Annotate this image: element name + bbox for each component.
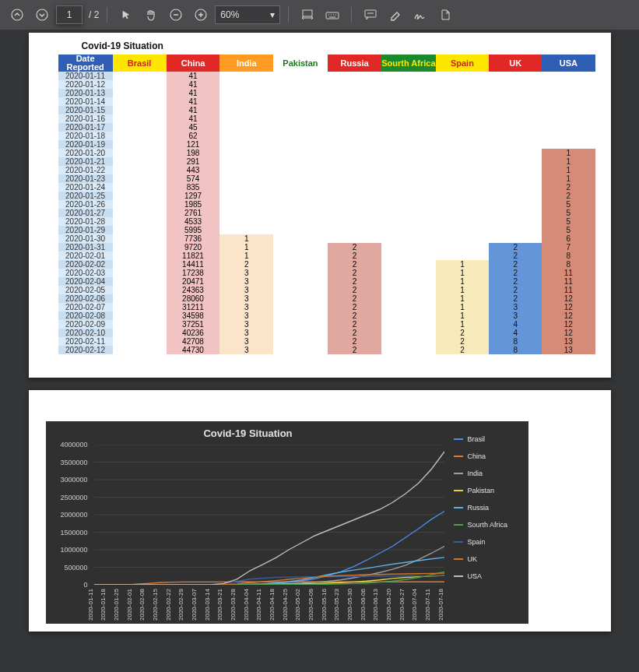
zoom-out-icon[interactable] <box>165 4 187 26</box>
x-tick: 2020-01-11 <box>87 589 94 621</box>
value-cell <box>489 149 542 157</box>
value-cell <box>328 209 381 217</box>
date-cell: 2020-01-20 <box>58 149 113 157</box>
highlight-icon[interactable] <box>384 4 406 26</box>
value-cell <box>381 132 435 140</box>
value-cell <box>273 226 328 234</box>
value-cell: 291 <box>167 157 220 166</box>
x-tick: 2020-05-09 <box>307 589 314 621</box>
value-cell <box>328 114 381 123</box>
x-tick: 2020-02-15 <box>152 589 159 621</box>
value-cell <box>219 192 273 200</box>
x-tick: 2020-04-04 <box>243 589 250 621</box>
value-cell <box>328 183 381 192</box>
value-cell: 3 <box>219 286 273 294</box>
value-cell <box>219 174 273 183</box>
legend-swatch <box>454 575 463 577</box>
comment-icon[interactable] <box>360 4 381 26</box>
value-cell <box>113 337 167 346</box>
date-cell: 2020-01-21 <box>58 157 113 166</box>
value-cell <box>328 157 381 166</box>
page-down-icon[interactable] <box>31 4 53 26</box>
table-row: 2020-01-2845335 <box>58 217 595 226</box>
date-cell: 2020-01-31 <box>58 243 113 252</box>
x-tick: 2020-02-01 <box>126 589 133 621</box>
value-cell <box>436 252 490 260</box>
legend-item: China <box>454 452 524 460</box>
value-cell: 13 <box>542 337 595 346</box>
value-cell: 40236 <box>167 329 220 337</box>
value-cell <box>113 252 167 260</box>
value-cell <box>381 174 435 183</box>
viewport[interactable]: Covid-19 Situation Date Reported Brasil … <box>0 30 639 639</box>
x-tick: 2020-06-06 <box>360 589 367 621</box>
value-cell <box>273 97 328 106</box>
date-cell: 2020-01-29 <box>58 226 113 234</box>
value-cell: 2 <box>489 260 542 269</box>
pdf-page-2: Covid-19 Situation 050000010000001500000… <box>29 390 611 632</box>
data-table: Date Reported Brasil China India Pakista… <box>58 55 595 354</box>
chart-y-axis: 0500000100000015000002000000250000030000… <box>46 445 91 585</box>
value-cell <box>381 97 435 106</box>
value-cell <box>273 337 328 346</box>
value-cell: 2 <box>436 329 490 337</box>
value-cell <box>381 192 435 200</box>
zoom-in-icon[interactable] <box>190 4 212 26</box>
value-cell: 1 <box>436 286 490 294</box>
col-header-spain: Spain <box>436 55 490 72</box>
hand-tool-icon[interactable] <box>140 4 162 26</box>
table-row: 2020-01-19121 <box>58 140 595 149</box>
value-cell <box>113 209 167 217</box>
value-cell <box>328 192 381 200</box>
page-up-icon[interactable] <box>6 4 28 26</box>
value-cell <box>273 183 328 192</box>
value-cell <box>273 277 328 286</box>
page-input[interactable] <box>56 5 83 24</box>
table-row: 2020-01-2512972 <box>58 192 595 200</box>
legend-item: Sourth Africa <box>454 521 524 529</box>
separator <box>107 7 107 23</box>
value-cell <box>328 226 381 234</box>
value-cell: 2 <box>328 329 381 337</box>
select-tool-icon[interactable] <box>115 4 137 26</box>
value-cell: 1 <box>436 320 490 329</box>
value-cell <box>113 294 167 303</box>
sign-icon[interactable] <box>409 4 431 26</box>
value-cell <box>113 243 167 252</box>
value-cell: 1 <box>436 303 490 311</box>
x-tick: 2020-04-25 <box>282 589 289 621</box>
export-icon[interactable] <box>434 4 456 26</box>
table-row: 2020-01-201981 <box>58 149 595 157</box>
date-cell: 2020-01-14 <box>58 97 113 106</box>
y-tick: 1000000 <box>60 546 87 554</box>
value-cell <box>381 286 435 294</box>
legend-label: USA <box>468 572 483 580</box>
value-cell <box>113 72 167 80</box>
table-row: 2020-01-1745 <box>58 123 595 132</box>
value-cell <box>436 183 490 192</box>
value-cell <box>489 72 542 80</box>
value-cell <box>381 252 435 260</box>
value-cell <box>328 174 381 183</box>
value-cell: 12 <box>542 294 595 303</box>
value-cell: 12 <box>542 320 595 329</box>
value-cell <box>219 217 273 226</box>
keyboard-icon[interactable] <box>321 4 343 26</box>
value-cell <box>542 123 595 132</box>
value-cell <box>381 157 435 166</box>
y-tick: 0 <box>83 581 87 589</box>
date-cell: 2020-02-03 <box>58 269 113 277</box>
value-cell <box>489 200 542 209</box>
value-cell: 1 <box>219 252 273 260</box>
value-cell <box>489 106 542 114</box>
value-cell: 44730 <box>167 346 220 354</box>
value-cell <box>542 89 595 97</box>
value-cell <box>381 149 435 157</box>
value-cell <box>489 97 542 106</box>
value-cell <box>542 80 595 89</box>
date-cell: 2020-02-10 <box>58 329 113 337</box>
chart-frame: Covid-19 Situation 050000010000001500000… <box>46 421 528 624</box>
fit-width-icon[interactable] <box>297 4 318 26</box>
value-cell: 62 <box>167 132 220 140</box>
zoom-select[interactable]: 60% ▾ <box>215 5 280 24</box>
